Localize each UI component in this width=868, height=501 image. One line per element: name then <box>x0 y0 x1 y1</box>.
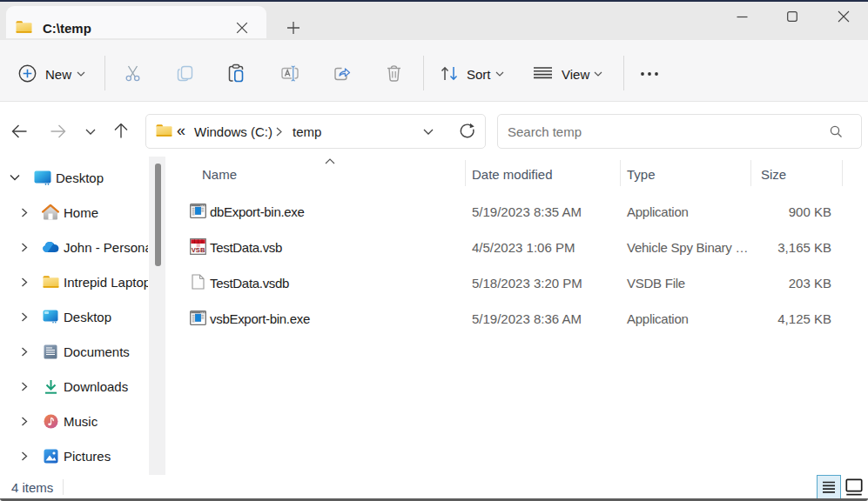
svg-text:VSB: VSB <box>192 246 205 254</box>
